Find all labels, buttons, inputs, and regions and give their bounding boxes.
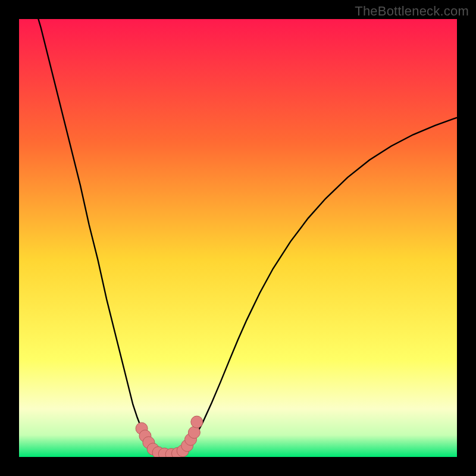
plot-area [19, 19, 457, 457]
marker-dot [188, 427, 200, 439]
frame-black-border: TheBottleneck.com [0, 0, 476, 476]
gradient-background [19, 19, 457, 457]
watermark-text: TheBottleneck.com [355, 4, 469, 19]
chart-svg [19, 19, 457, 457]
marker-dot [191, 416, 203, 428]
